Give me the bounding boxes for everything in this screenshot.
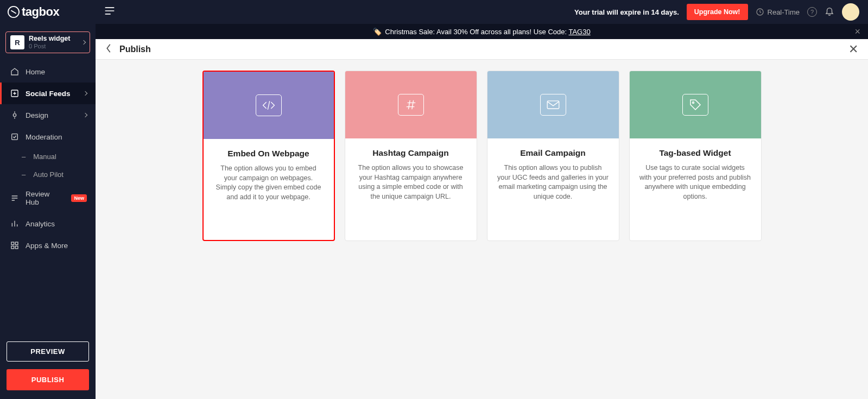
sidebar-item-label: Apps & More (26, 242, 68, 250)
sidebar-item-label: Manual (33, 153, 56, 161)
sidebar-item-label: Review Hub (26, 190, 65, 206)
brand-name: tagbox (22, 5, 59, 19)
publish-button[interactable]: PUBLISH (7, 369, 89, 390)
sidebar-actions: PREVIEW PUBLISH (7, 341, 89, 390)
sidebar-item-label: Home (26, 68, 45, 76)
sidebar-item-design[interactable]: Design (0, 104, 96, 126)
svg-point-2 (13, 113, 16, 116)
svg-rect-7 (15, 246, 18, 249)
sidebar-item-review-hub[interactable]: Review Hub New (0, 183, 96, 213)
widget-selector[interactable]: R Reels widget 0 Post (5, 31, 90, 53)
chevron-right-icon (83, 91, 87, 96)
sidebar-item-apps-more[interactable]: Apps & More (0, 235, 96, 256)
widget-subtitle: 0 Post (29, 43, 78, 49)
realtime-toggle[interactable]: Real-Time (756, 8, 800, 16)
realtime-label: Real-Time (768, 8, 800, 16)
topbar: Your trial will expire in 14 days. Upgra… (96, 0, 868, 24)
page-header: Publish ✕ (96, 39, 868, 60)
chevron-right-icon (83, 113, 87, 117)
svg-rect-3 (12, 134, 18, 140)
svg-point-10 (692, 102, 694, 104)
card-description: The option allows you to showcase your H… (355, 163, 467, 201)
tag-icon (682, 94, 708, 116)
sidebar-item-home[interactable]: Home (0, 61, 96, 83)
feed-icon (10, 89, 19, 98)
hamburger-icon (104, 7, 115, 15)
moderation-icon (10, 132, 19, 141)
sidebar-item-label: Moderation (26, 133, 62, 141)
home-icon (10, 67, 19, 76)
card-description: Use tags to curate social widgets with y… (639, 163, 751, 201)
card-title: Tag-based Widget (639, 148, 751, 158)
svg-rect-5 (15, 242, 18, 245)
promo-code-link[interactable]: TAG30 (568, 28, 590, 36)
new-badge: New (71, 194, 87, 202)
promo-close-button[interactable]: × (854, 26, 860, 37)
widget-avatar: R (10, 35, 24, 49)
notifications-button[interactable] (825, 6, 834, 18)
svg-rect-4 (11, 242, 14, 245)
sidebar-item-analytics[interactable]: Analytics (0, 213, 96, 235)
upgrade-button[interactable]: Upgrade Now! (687, 4, 748, 20)
card-title: Hashtag Campaign (355, 148, 467, 158)
content-area: Embed On Webpage The option allows you t… (96, 60, 868, 399)
sidebar-item-label: Auto Pilot (33, 170, 64, 179)
card-title: Embed On Webpage (213, 149, 324, 159)
publish-options: Embed On Webpage The option allows you t… (96, 71, 868, 241)
sidebar-item-label: Social Feeds (26, 90, 71, 98)
bell-icon (825, 6, 834, 16)
sidebar-item-label: Analytics (26, 220, 55, 228)
hashtag-icon (398, 94, 424, 116)
design-icon (10, 111, 19, 119)
sidebar-item-moderation[interactable]: Moderation (0, 126, 96, 148)
promo-banner: 🏷️ Christmas Sale: Avail 30% Off across … (96, 24, 868, 39)
sale-tag-icon: 🏷️ (373, 28, 382, 36)
back-button[interactable] (105, 43, 112, 55)
logo-icon (8, 6, 20, 18)
chevron-left-icon (105, 43, 112, 53)
sidebar-nav: Home Social Feeds Design Moderation Manu… (0, 58, 96, 256)
sidebar-item-social-feeds[interactable]: Social Feeds (0, 83, 96, 104)
preview-button[interactable]: PREVIEW (7, 341, 89, 362)
card-email-campaign[interactable]: Email Campaign This option allows you to… (487, 71, 619, 241)
user-avatar[interactable] (842, 3, 859, 21)
code-icon (256, 94, 282, 116)
card-embed-on-webpage[interactable]: Embed On Webpage The option allows you t… (202, 71, 335, 241)
email-icon (540, 94, 566, 116)
sidebar: tagbox R Reels widget 0 Post Home Social… (0, 0, 96, 399)
promo-text: Christmas Sale: Avail 30% Off across all… (385, 28, 590, 36)
sidebar-subitem-manual[interactable]: Manual (0, 148, 96, 166)
brand-logo[interactable]: tagbox (0, 0, 96, 24)
close-button[interactable]: ✕ (848, 42, 858, 56)
sidebar-subitem-auto-pilot[interactable]: Auto Pilot (0, 166, 96, 183)
chevron-right-icon (81, 40, 86, 45)
menu-toggle-button[interactable] (104, 7, 115, 17)
svg-rect-9 (547, 101, 559, 109)
sidebar-item-label: Design (26, 111, 48, 119)
card-description: The option allows you to embed your camp… (213, 164, 324, 202)
review-icon (10, 194, 19, 202)
card-description: This option allows you to publish your U… (497, 163, 609, 201)
card-tag-based-widget[interactable]: Tag-based Widget Use tags to curate soci… (629, 71, 762, 241)
widget-title: Reels widget (29, 35, 78, 43)
card-hashtag-campaign[interactable]: Hashtag Campaign The option allows you t… (345, 71, 477, 241)
main: Your trial will expire in 14 days. Upgra… (96, 0, 868, 399)
help-button[interactable]: ? (807, 7, 817, 17)
card-title: Email Campaign (497, 148, 609, 158)
svg-rect-6 (11, 246, 14, 249)
page-title: Publish (119, 45, 151, 54)
trial-status: Your trial will expire in 14 days. (574, 8, 679, 16)
apps-icon (10, 241, 19, 250)
clock-icon (756, 8, 764, 16)
analytics-icon (10, 219, 19, 228)
